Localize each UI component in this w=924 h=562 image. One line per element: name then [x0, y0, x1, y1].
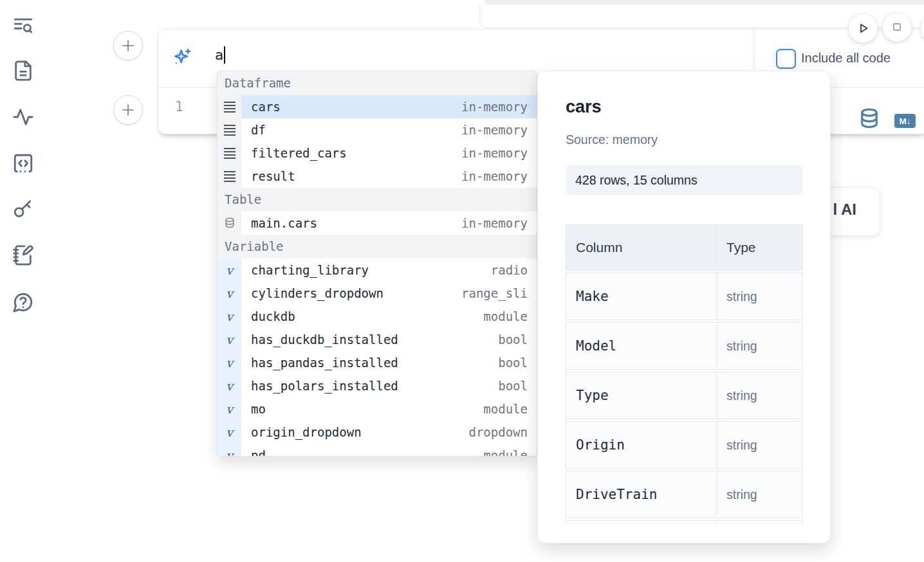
autocomplete-item-has-pandas-installed[interactable]: v has_pandas_installedbool — [217, 351, 537, 374]
autocomplete-item-clipped[interactable]: v pdmodule — [217, 444, 537, 457]
include-all-code-checkbox[interactable] — [776, 49, 796, 69]
markdown-convert-icon[interactable]: M↓ — [894, 114, 916, 128]
autocomplete-item-origin-dropdown[interactable]: v origin_dropdowndropdown — [217, 421, 537, 444]
dataframe-icon — [217, 118, 241, 141]
autocomplete-item-charting-library[interactable]: v charting_libraryradio — [217, 258, 537, 282]
ai-button-label: AI — [841, 201, 856, 218]
type-header: Type — [726, 240, 756, 255]
ai-prompt-input[interactable]: a — [215, 46, 225, 64]
dataframe-icon — [217, 141, 241, 165]
table-db-icon — [217, 212, 241, 235]
divider — [753, 30, 754, 69]
activity-icon[interactable] — [12, 105, 35, 129]
variable-icon: v — [217, 258, 241, 282]
variable-icon: v — [217, 328, 241, 351]
autocomplete-item-has-duckdb-installed[interactable]: v has_duckdb_installedbool — [217, 328, 537, 351]
key-icon[interactable] — [12, 197, 35, 221]
dataframe-preview-panel: cars Source: memory 428 rows, 15 columns… — [537, 71, 831, 543]
section-header-dataframe: Dataframe — [217, 71, 537, 95]
table-row: DriveTrain string — [566, 471, 803, 518]
autocomplete-item-cars[interactable]: carsin-memory — [217, 95, 537, 118]
autocomplete-item-df[interactable]: dfin-memory — [217, 118, 537, 141]
variable-icon: v — [217, 444, 241, 457]
dataframe-icon — [217, 165, 241, 188]
schema-table: Column Type Make string Model string Typ… — [566, 224, 803, 524]
table-row-clipped — [566, 520, 803, 524]
list-search-icon[interactable] — [12, 14, 35, 37]
cell-above-gap — [484, 0, 924, 5]
line-number: 1 — [175, 99, 183, 114]
play-icon — [855, 20, 871, 37]
file-document-icon[interactable] — [12, 59, 35, 82]
add-cell-below-button[interactable] — [113, 95, 143, 125]
run-button[interactable] — [848, 14, 878, 43]
ai-button-partial-text: l — [833, 201, 838, 218]
autocomplete-item-mo[interactable]: v momodule — [217, 397, 537, 421]
autocomplete-item-result[interactable]: resultin-memory — [217, 165, 537, 188]
code-snippets-icon[interactable] — [12, 152, 35, 175]
table-row: Type string — [566, 372, 803, 419]
variable-icon: v — [217, 397, 241, 421]
autocomplete-item-has-polars-installed[interactable]: v has_polars_installedbool — [217, 374, 537, 397]
preview-source: Source: memory — [566, 132, 658, 147]
variable-icon: v — [217, 374, 241, 397]
plus-icon — [122, 104, 134, 116]
autocomplete-item-filtered-cars[interactable]: filtered_carsin-memory — [217, 141, 537, 165]
stop-icon — [889, 19, 905, 35]
stop-button[interactable] — [882, 12, 912, 42]
marimo-notebook: a Include all code 1 M↓ l AI Dataframe c… — [0, 0, 924, 562]
preview-title: cars — [566, 97, 602, 117]
plus-icon — [122, 39, 134, 52]
section-header-table: Table — [217, 188, 537, 212]
shape-summary-badge: 428 rows, 15 columns — [566, 165, 802, 195]
variable-icon: v — [217, 305, 241, 328]
database-icon[interactable] — [860, 107, 879, 131]
notebook-pen-icon[interactable] — [12, 244, 35, 267]
ai-sparkles-icon — [171, 46, 193, 71]
autocomplete-item-main-cars[interactable]: main.carsin-memory — [217, 212, 537, 235]
include-all-code-label: Include all code — [801, 51, 891, 66]
table-row: Origin string — [566, 421, 803, 469]
variable-icon: v — [217, 282, 241, 305]
table-row: Model string — [566, 322, 803, 370]
typed-text: a — [215, 47, 223, 63]
autocomplete-dropdown: Dataframe carsin-memory dfin-memory filt… — [217, 71, 537, 457]
table-row: Make string — [566, 273, 803, 320]
add-cell-above-button[interactable] — [113, 31, 143, 60]
help-chat-icon[interactable] — [12, 291, 35, 314]
section-header-variable: Variable — [217, 235, 537, 258]
text-cursor — [224, 46, 225, 64]
column-header: Column — [576, 240, 622, 255]
autocomplete-item-duckdb[interactable]: v duckdbmodule — [217, 305, 537, 328]
variable-icon: v — [217, 351, 241, 374]
table-header-row: Column Type — [566, 224, 803, 271]
autocomplete-item-cylinders-dropdown[interactable]: v cylinders_dropdownrange_sli — [217, 282, 537, 305]
dataframe-icon — [217, 95, 241, 118]
variable-icon: v — [217, 421, 241, 444]
